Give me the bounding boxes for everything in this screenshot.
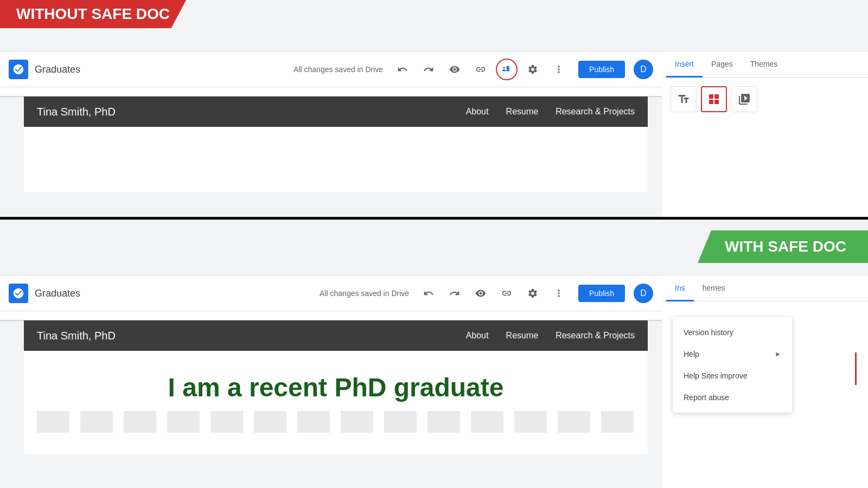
svg-rect-1 (709, 94, 713, 99)
bottom-toolbar: Graduates All changes saved in Drive Pub… (0, 276, 662, 311)
nav-about-top[interactable]: About (466, 107, 489, 117)
save-status-top: All changes saved in Drive (293, 65, 383, 74)
top-toolbar: Graduates All changes saved in Drive Pub… (0, 52, 662, 87)
dropdown-version-history[interactable]: Version history (673, 322, 792, 343)
dropdown-report-abuse[interactable]: Report abuse (673, 387, 792, 408)
tab-pages-top[interactable]: Pages (703, 52, 742, 78)
redo-button-bottom[interactable] (444, 282, 465, 304)
chevron-right-icon: ► (775, 350, 781, 358)
redo-button-top[interactable] (418, 59, 439, 80)
site-preview-top: Tina Smith, PhD About Resume Research & … (24, 97, 648, 192)
tab-themes-top[interactable]: Themes (742, 52, 787, 78)
without-safe-doc-banner: WITHOUT SAFE DOC (0, 0, 186, 28)
dropdown-help-improve[interactable]: Help Sites improve (673, 365, 792, 387)
nav-about-bottom[interactable]: About (466, 331, 489, 341)
undo-button-top[interactable] (392, 59, 413, 80)
site-title-top: Tina Smith, PhD (37, 106, 466, 118)
site-nav-bottom: Tina Smith, PhD About Resume Research & … (24, 320, 648, 351)
publish-button-top[interactable]: Publish (578, 61, 625, 78)
nav-research-top[interactable]: Research & Projects (556, 107, 635, 117)
right-panel-tabs-top: Insert Pages Themes (662, 52, 868, 78)
site-name-bottom: Graduates (35, 288, 320, 299)
avatar-bottom[interactable]: D (634, 284, 653, 303)
site-name-top: Graduates (35, 64, 293, 75)
google-sites-logo-bottom (9, 284, 28, 303)
nav-links-top: About Resume Research & Projects (466, 107, 635, 117)
toolbar-icons-top: Publish D (392, 59, 653, 80)
settings-button-bottom[interactable] (522, 282, 544, 304)
save-status-bottom: All changes saved in Drive (320, 289, 409, 298)
dropdown-help[interactable]: Help ► (673, 343, 792, 365)
hero-text: I am a recent PhD graduate (37, 373, 635, 402)
more-options-button-top[interactable] (548, 59, 570, 80)
panel-icons-top (662, 78, 868, 121)
ruler-top (0, 87, 662, 97)
undo-button-bottom[interactable] (418, 282, 439, 304)
link-button-top[interactable] (470, 59, 492, 80)
preview-button-bottom[interactable] (470, 282, 492, 304)
with-safe-doc-banner: WITH SAFE DOC (698, 230, 868, 263)
right-panel-top: Insert Pages Themes (662, 52, 868, 217)
panel-red-accent (855, 352, 868, 385)
site-title-bottom: Tina Smith, PhD (37, 330, 466, 342)
nav-resume-top[interactable]: Resume (506, 107, 539, 117)
right-panel-tabs-bottom: Ins hemes (662, 276, 868, 301)
more-options-button-bottom[interactable] (548, 282, 570, 304)
site-nav-top: Tina Smith, PhD About Resume Research & … (24, 97, 648, 127)
tab-insert-bottom[interactable]: Ins (666, 276, 694, 301)
share-button-top[interactable] (496, 59, 518, 80)
link-button-bottom[interactable] (496, 282, 518, 304)
panel-embed-icon[interactable] (731, 86, 757, 112)
toolbar-icons-bottom: Publish D (418, 282, 653, 304)
svg-rect-2 (714, 94, 719, 99)
avatar-top[interactable]: D (634, 60, 653, 79)
nav-links-bottom: About Resume Research & Projects (466, 331, 635, 341)
settings-button-top[interactable] (522, 59, 544, 80)
tab-insert-top[interactable]: Insert (666, 52, 703, 78)
preview-button-top[interactable] (444, 59, 465, 80)
svg-rect-3 (709, 100, 713, 104)
site-content-top (24, 127, 648, 192)
svg-rect-4 (714, 100, 719, 104)
tab-themes-bottom[interactable]: hemes (694, 276, 734, 301)
panel-text-icon[interactable] (671, 86, 697, 112)
nav-research-bottom[interactable]: Research & Projects (556, 331, 635, 341)
site-content-bottom: I am a recent PhD graduate (24, 351, 648, 454)
ruler-bottom (0, 311, 662, 320)
publish-button-bottom[interactable]: Publish (578, 285, 625, 302)
site-preview-bottom: Tina Smith, PhD About Resume Research & … (24, 320, 648, 454)
nav-resume-bottom[interactable]: Resume (506, 331, 539, 341)
panel-block-icon[interactable] (701, 86, 727, 112)
google-sites-logo (9, 60, 28, 79)
dropdown-menu: Version history Help ► Help Sites improv… (673, 317, 792, 413)
